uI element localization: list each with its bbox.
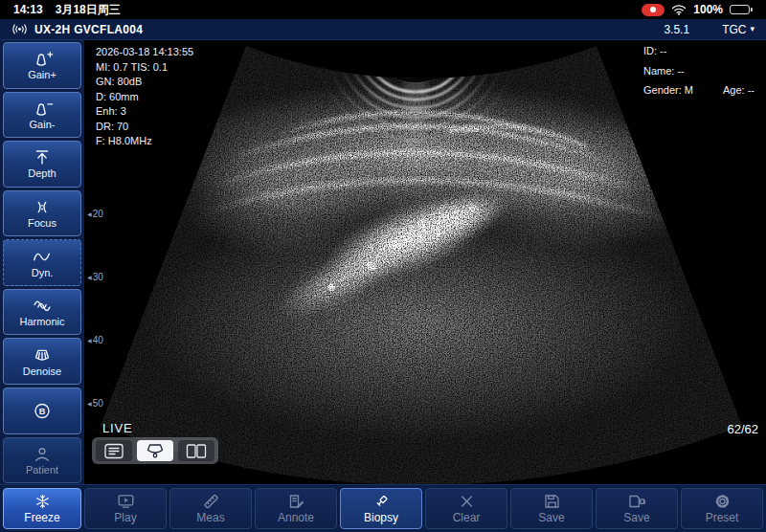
measure-button[interactable]: Meas: [169, 488, 252, 529]
chevron-down-icon: ▾: [750, 25, 755, 33]
battery-percent: 100%: [693, 3, 723, 16]
device-name: UX-2H GVCFLA004: [34, 23, 143, 36]
header-right: 3.5.1 TGC ▾: [664, 23, 755, 36]
clear-x-icon: [458, 494, 476, 509]
gain-value: GN: 80dB: [96, 75, 193, 90]
report-view-icon: [101, 443, 126, 459]
tool-label: Preset: [706, 511, 739, 524]
b-mode-icon: B: [31, 402, 54, 420]
timestamp: 2026-03-18 14:13:55: [96, 45, 193, 60]
tool-label: Meas: [196, 511, 224, 524]
frequency-value: F: H8.0MHz: [96, 134, 193, 149]
tool-label: Save: [538, 511, 564, 524]
sidebar-label: Harmonic: [19, 316, 64, 327]
status-right: 100%: [642, 3, 753, 16]
probe-notch: [366, 40, 465, 82]
biopsy-button[interactable]: Biopsy: [340, 488, 422, 529]
denoise-probe-icon: [31, 346, 54, 365]
patient-id: ID: --: [643, 45, 755, 56]
preset-button[interactable]: Preset: [681, 488, 763, 529]
sidebar-item-gain-plus[interactable]: Gain+: [3, 42, 81, 89]
sidebar-item-depth[interactable]: Depth: [3, 141, 81, 188]
orientation-marker: [335, 43, 340, 48]
frame-counter: 62/62: [727, 422, 758, 436]
tool-label: Biopsy: [364, 511, 398, 524]
freeze-button[interactable]: Freeze: [3, 488, 81, 529]
screen-recording-indicator[interactable]: [642, 4, 665, 16]
depth-mark-20: ◀20: [87, 209, 103, 219]
view-mode-strip: [92, 437, 218, 464]
depth-arrow-icon: [31, 148, 54, 166]
dual-view-button[interactable]: [178, 440, 214, 461]
bottom-toolbar: Freeze Play Meas Annote Bi: [0, 484, 766, 532]
depth-tick-arrow: ◀: [87, 400, 92, 407]
snowflake-icon: [34, 494, 52, 509]
record-dot-icon: [650, 7, 656, 12]
gain-plus-icon: [31, 50, 54, 68]
gain-minus-icon: [31, 100, 54, 118]
wifi-icon: [671, 4, 687, 15]
report-view-button[interactable]: [96, 440, 132, 461]
patient-age: Age: --: [723, 84, 755, 96]
status-bar: 14:13 3月18日周三 100%: [0, 0, 766, 19]
measure-caliper-icon: [202, 494, 220, 509]
depth-tick-arrow: ◀: [87, 274, 92, 280]
sidebar-item-focus[interactable]: Focus: [3, 190, 81, 237]
patient-icon: [31, 445, 54, 463]
depth-tick-arrow: ◀: [87, 211, 92, 217]
save-cine-icon: [628, 494, 646, 509]
freeze-label: Freeze: [24, 511, 59, 524]
dual-view-icon: [184, 443, 209, 459]
patient-info: ID: -- Name: -- Gender: M Age: --: [643, 45, 755, 104]
depth-mark-50: ◀50: [87, 398, 103, 409]
save-image-button[interactable]: Save: [510, 488, 593, 529]
dynamic-range-value: DR: 70: [96, 120, 193, 135]
focus-beams-icon: [31, 198, 54, 216]
patient-name: Name: --: [643, 65, 755, 77]
annotate-button[interactable]: Annote: [255, 488, 337, 529]
status-left: 14:13 3月18日周三: [13, 2, 121, 18]
sidebar-label: Dyn.: [32, 267, 54, 278]
enhance-value: Enh: 3: [96, 104, 193, 120]
probe-signal-icon: [11, 23, 28, 35]
sidebar-item-harmonic[interactable]: Harmonic: [3, 289, 81, 336]
save-cine-button[interactable]: Save: [596, 488, 678, 529]
clear-button[interactable]: Clear: [425, 488, 507, 529]
tgc-button[interactable]: TGC ▾: [722, 23, 755, 36]
play-button[interactable]: Play: [84, 488, 167, 529]
device-title-group: UX-2H GVCFLA004: [11, 23, 143, 36]
harmonic-waves-icon: [31, 297, 54, 315]
svg-text:B: B: [39, 406, 46, 415]
sidebar-item-patient[interactable]: Patient: [3, 437, 81, 484]
sidebar-item-b-mode[interactable]: B: [3, 388, 81, 434]
sidebar-label: Focus: [28, 217, 56, 229]
dynamic-curve-icon: [31, 248, 54, 266]
tool-label: Play: [114, 511, 136, 524]
sidebar-item-dynamic-range[interactable]: Dyn.: [3, 239, 81, 286]
tool-label: Clear: [453, 511, 481, 524]
biopsy-needle-icon: [372, 494, 391, 509]
sidebar-label: Denoise: [23, 366, 61, 377]
app-version: 3.5.1: [664, 23, 689, 36]
tgc-label: TGC: [722, 23, 746, 36]
sidebar-item-denoise[interactable]: Denoise: [3, 338, 81, 385]
app-header: UX-2H GVCFLA004 3.5.1 TGC ▾: [0, 19, 766, 40]
sidebar-label: Gain-: [30, 119, 56, 130]
depth-value: D: 60mm: [96, 90, 193, 105]
save-image-icon: [543, 494, 561, 509]
sidebar-item-gain-minus[interactable]: Gain-: [3, 92, 81, 139]
mi-tis-value: MI: 0.7 TIS: 0.1: [96, 60, 193, 76]
sidebar-label: Gain+: [28, 69, 56, 80]
sidebar-label: Patient: [26, 464, 58, 476]
probe-view-button[interactable]: [137, 440, 173, 461]
tool-label: Annote: [278, 511, 314, 524]
ultrasound-view: 2026-03-18 14:13:55 MI: 0.7 TIS: 0.1 GN:…: [84, 40, 766, 484]
live-status-label: LIVE: [102, 421, 132, 435]
sidebar: Gain+ Gain- Depth Focus: [0, 40, 84, 484]
annotate-pencil-icon: [287, 494, 305, 509]
preset-gear-icon: [713, 494, 732, 509]
play-icon: [117, 494, 135, 509]
ultrasound-app: 14:13 3月18日周三 100% UX-2H GVCFLA004: [0, 0, 766, 532]
probe-view-icon: [143, 443, 168, 459]
image-parameters: 2026-03-18 14:13:55 MI: 0.7 TIS: 0.1 GN:…: [96, 45, 193, 149]
